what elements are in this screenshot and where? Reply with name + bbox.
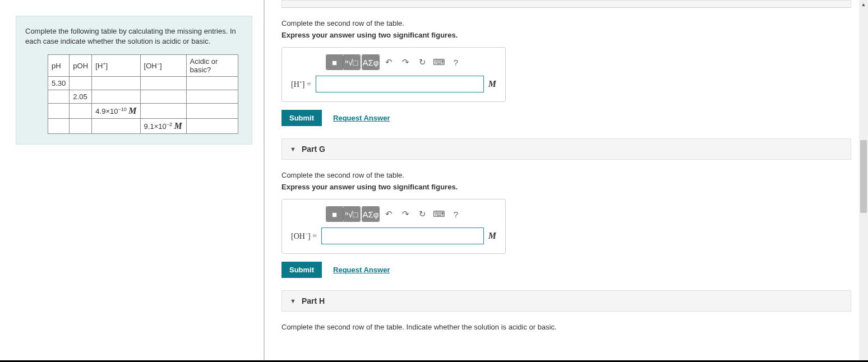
partf-toolbar: ■ ⁿ√□ ΑΣφ ↶ ↷ ↻ ⌨ ?	[326, 54, 496, 70]
problem-box: Complete the following table by calculat…	[16, 16, 252, 145]
partf-submit-button[interactable]: Submit	[281, 110, 322, 126]
parth-instr1: Complete the second row of the table. In…	[281, 323, 851, 331]
answer-panel: Complete the second row of the table. Ex…	[265, 0, 868, 362]
keyboard-icon[interactable]: ⌨	[431, 207, 447, 221]
problem-instructions: Complete the following table by calculat…	[25, 26, 243, 47]
sqrt-icon[interactable]: ⁿ√□	[343, 55, 360, 69]
partf-request-answer-link[interactable]: Request Answer	[333, 114, 390, 122]
partg-answer-box: ■ ⁿ√□ ΑΣφ ↶ ↷ ↻ ⌨ ? [OH−] = M	[281, 199, 506, 254]
table-row: 5.30	[48, 77, 238, 90]
template-icon[interactable]: ■	[326, 207, 343, 221]
partg-title: Part G	[302, 145, 325, 154]
partg-var-label: [OH−] =	[291, 231, 317, 241]
help-icon[interactable]: ?	[448, 207, 464, 221]
th-ph: pH	[48, 55, 70, 77]
partg-instr1: Complete the second row of the table.	[281, 171, 851, 179]
partg-instr2: Express your answer using two significan…	[281, 183, 851, 191]
redo-icon[interactable]: ↷	[398, 55, 413, 69]
partf-unit: M	[488, 79, 496, 89]
reset-icon[interactable]: ↻	[414, 55, 430, 69]
partg-request-answer-link[interactable]: Request Answer	[333, 266, 390, 274]
th-poh: pOH	[70, 55, 92, 77]
reset-icon[interactable]: ↻	[414, 207, 430, 221]
partf-instr2: Express your answer using two significan…	[281, 31, 851, 39]
scrollbar[interactable]: ▲	[859, 0, 868, 362]
parth-header[interactable]: ▼ Part H	[281, 290, 851, 312]
problem-panel: Complete the following table by calculat…	[0, 0, 264, 362]
help-icon[interactable]: ?	[448, 55, 464, 69]
partg-toolbar: ■ ⁿ√□ ΑΣφ ↶ ↷ ↻ ⌨ ?	[326, 206, 496, 222]
partf-var-label: [H+] =	[291, 79, 311, 89]
greek-icon[interactable]: ΑΣφ	[362, 207, 379, 221]
partf-instr1: Complete the second row of the table.	[281, 19, 851, 27]
table-row: 2.05	[48, 90, 238, 104]
partg-unit: M	[488, 231, 496, 241]
th-ab: Acidic or basic?	[186, 55, 238, 77]
undo-icon[interactable]: ↶	[381, 207, 396, 221]
data-table: pH pOH [H+] [OH−] Acidic or basic? 5.30 …	[48, 54, 238, 134]
partg-answer-input[interactable]	[321, 228, 484, 244]
th-oh: [OH−]	[140, 55, 186, 77]
undo-icon[interactable]: ↶	[381, 55, 396, 69]
partf-answer-box: ■ ⁿ√□ ΑΣφ ↶ ↷ ↻ ⌨ ? [H+] = M	[281, 47, 506, 102]
th-h: [H+]	[92, 55, 140, 77]
part-f-header-strip	[281, 0, 851, 8]
partf-answer-input[interactable]	[316, 76, 484, 92]
parth-title: Part H	[302, 296, 325, 305]
table-row: 4.9×10−10 M	[48, 104, 238, 119]
partg-submit-button[interactable]: Submit	[281, 262, 322, 278]
keyboard-icon[interactable]: ⌨	[431, 55, 447, 69]
caret-down-icon: ▼	[290, 146, 296, 152]
table-row: 9.1×10−2 M	[48, 119, 238, 134]
caret-down-icon: ▼	[290, 298, 296, 304]
sqrt-icon[interactable]: ⁿ√□	[343, 207, 360, 221]
partg-header[interactable]: ▼ Part G	[281, 138, 851, 160]
greek-icon[interactable]: ΑΣφ	[362, 55, 379, 69]
scroll-thumb[interactable]	[860, 140, 867, 213]
redo-icon[interactable]: ↷	[398, 207, 413, 221]
scroll-up-icon[interactable]: ▲	[859, 0, 868, 9]
template-icon[interactable]: ■	[326, 55, 343, 69]
